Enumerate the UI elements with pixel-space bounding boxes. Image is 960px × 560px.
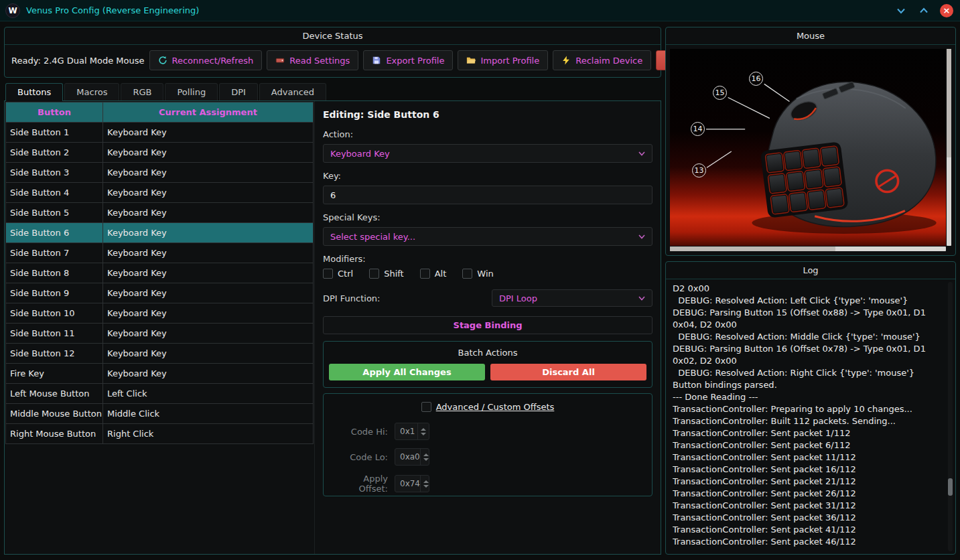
apply-all-changes-button[interactable]: Apply All Changes <box>329 364 485 380</box>
cell-assignment[interactable]: Keyboard Key <box>103 324 314 344</box>
modifier-checkbox[interactable]: Shift <box>369 269 404 279</box>
cell-assignment[interactable]: Keyboard Key <box>103 163 314 183</box>
tab[interactable]: Advanced <box>259 83 326 100</box>
cell-button-name[interactable]: Right Mouse Button <box>6 424 103 444</box>
checkbox-box-icon[interactable] <box>420 269 430 279</box>
table-row[interactable]: Side Button 5 Keyboard Key <box>6 203 314 223</box>
cell-assignment[interactable]: Keyboard Key <box>103 143 314 163</box>
cell-button-name[interactable]: Left Mouse Button <box>6 384 103 404</box>
table-row[interactable]: Side Button 10 Keyboard Key <box>6 303 314 324</box>
tab[interactable]: Macros <box>64 83 119 100</box>
tab[interactable]: RGB <box>121 83 163 100</box>
table-row[interactable]: Side Button 6 Keyboard Key <box>6 223 314 243</box>
cell-assignment[interactable]: Middle Click <box>103 404 314 424</box>
cell-button-name[interactable]: Side Button 5 <box>6 203 103 223</box>
column-header-button[interactable]: Button <box>6 102 103 123</box>
cell-assignment[interactable]: Keyboard Key <box>103 283 314 303</box>
cell-button-name[interactable]: Side Button 2 <box>6 143 103 163</box>
cell-assignment[interactable]: Keyboard Key <box>103 123 314 143</box>
discard-all-button[interactable]: Discard All <box>490 364 646 380</box>
tab[interactable]: Polling <box>165 83 218 100</box>
cell-button-name[interactable]: Side Button 11 <box>6 324 103 344</box>
table-row[interactable]: Fire Key Keyboard Key <box>6 364 314 384</box>
table-row[interactable]: Side Button 11 Keyboard Key <box>6 324 314 344</box>
spinner-arrows-icon[interactable] <box>420 449 431 465</box>
batch-actions-title: Batch Actions <box>329 345 646 361</box>
mouse-horizontal-scrollbar[interactable] <box>670 247 946 251</box>
cell-assignment[interactable]: Left Click <box>103 384 314 404</box>
scrollbar-thumb[interactable] <box>670 247 835 251</box>
cell-button-name[interactable]: Side Button 10 <box>6 303 103 324</box>
log-view[interactable]: D2 0x00 DEBUG: Resolved Action: Left Cli… <box>673 283 945 551</box>
table-row[interactable]: Side Button 3 Keyboard Key <box>6 163 314 183</box>
device-status-panel: Device Status Ready: 2.4G Dual Mode Mous… <box>4 27 661 78</box>
cell-button-name[interactable]: Middle Mouse Button <box>6 404 103 424</box>
offset-spinbox[interactable]: 0x1 <box>395 423 429 440</box>
device-action-button[interactable]: Read Settings <box>267 50 358 70</box>
tab[interactable]: Buttons <box>5 83 63 101</box>
scrollbar-thumb[interactable] <box>947 49 951 157</box>
cell-button-name[interactable]: Side Button 7 <box>6 243 103 263</box>
checkbox-box-icon[interactable] <box>323 269 333 279</box>
tab[interactable]: DPI <box>219 83 258 100</box>
cell-assignment[interactable]: Keyboard Key <box>103 344 314 364</box>
stage-binding-button[interactable]: Stage Binding <box>323 316 653 334</box>
cell-button-name[interactable]: Side Button 4 <box>6 183 103 203</box>
maximize-button[interactable] <box>917 4 931 17</box>
checkbox-box-icon[interactable] <box>462 269 472 279</box>
table-row[interactable]: Side Button 8 Keyboard Key <box>6 263 314 283</box>
device-action-button[interactable]: Export Profile <box>363 50 453 70</box>
close-button[interactable]: × <box>940 4 953 17</box>
cell-button-name[interactable]: Side Button 1 <box>6 123 103 143</box>
cell-assignment[interactable]: Keyboard Key <box>103 364 314 384</box>
cell-assignment[interactable]: Keyboard Key <box>103 263 314 283</box>
mouse-vertical-scrollbar[interactable] <box>947 49 951 246</box>
cell-button-name[interactable]: Side Button 6 <box>6 223 103 243</box>
table-row[interactable]: Middle Mouse Button Middle Click <box>6 404 314 424</box>
checkbox-box-icon[interactable] <box>369 269 379 279</box>
bindings-table-container: Button Current Assignment Side Button 1 … <box>5 101 314 554</box>
table-row[interactable]: Side Button 1 Keyboard Key <box>6 123 314 143</box>
checkbox-box-icon[interactable] <box>421 402 431 412</box>
cell-assignment[interactable]: Keyboard Key <box>103 203 314 223</box>
cell-button-name[interactable]: Side Button 8 <box>6 263 103 283</box>
table-row[interactable]: Right Mouse Button Right Click <box>6 424 314 444</box>
advanced-offsets-checkbox[interactable]: Advanced / Custom Offsets <box>421 402 555 412</box>
device-action-button[interactable]: Import Profile <box>458 50 548 70</box>
device-action-button[interactable]: Reclaim Device <box>553 50 651 70</box>
log-scrollbar[interactable] <box>948 282 953 551</box>
table-row[interactable]: Left Mouse Button Left Click <box>6 384 314 404</box>
action-combobox-value: Keyboard Key <box>330 149 390 159</box>
offset-spinbox[interactable]: 0xa0 <box>395 448 429 466</box>
minimize-button[interactable] <box>894 4 908 17</box>
modifier-checkbox[interactable]: Win <box>462 269 493 279</box>
device-action-button[interactable]: Reconnect/Refresh <box>149 50 263 70</box>
cell-assignment[interactable]: Right Click <box>103 424 314 444</box>
table-row[interactable]: Side Button 4 Keyboard Key <box>6 183 314 203</box>
cell-assignment[interactable]: Keyboard Key <box>103 243 314 263</box>
offset-fields: Code Hi: 0x1 Code Lo: <box>329 423 646 494</box>
spinner-arrows-icon[interactable] <box>417 423 429 439</box>
table-row[interactable]: Side Button 2 Keyboard Key <box>6 143 314 163</box>
modifier-checkbox[interactable]: Ctrl <box>323 269 353 279</box>
offset-spinbox[interactable]: 0x74 <box>395 475 429 492</box>
special-keys-combobox[interactable]: Select special key... <box>323 227 653 246</box>
cell-assignment[interactable]: Keyboard Key <box>103 183 314 203</box>
table-row[interactable]: Side Button 12 Keyboard Key <box>6 344 314 364</box>
dpi-function-combobox[interactable]: DPI Loop <box>492 289 653 307</box>
key-input[interactable] <box>323 186 653 204</box>
log-scrollbar-thumb[interactable] <box>948 478 953 496</box>
spinner-arrows-icon[interactable] <box>420 476 431 492</box>
action-combobox[interactable]: Keyboard Key <box>323 144 653 163</box>
special-keys-combobox-value: Select special key... <box>330 232 415 242</box>
cell-button-name[interactable]: Side Button 12 <box>6 344 103 364</box>
cell-assignment[interactable]: Keyboard Key <box>103 223 314 243</box>
modifier-checkbox[interactable]: Alt <box>420 269 447 279</box>
cell-assignment[interactable]: Keyboard Key <box>103 303 314 324</box>
cell-button-name[interactable]: Side Button 3 <box>6 163 103 183</box>
table-row[interactable]: Side Button 9 Keyboard Key <box>6 283 314 303</box>
cell-button-name[interactable]: Fire Key <box>6 364 103 384</box>
table-row[interactable]: Side Button 7 Keyboard Key <box>6 243 314 263</box>
cell-button-name[interactable]: Side Button 9 <box>6 283 103 303</box>
column-header-assignment[interactable]: Current Assignment <box>103 102 314 123</box>
